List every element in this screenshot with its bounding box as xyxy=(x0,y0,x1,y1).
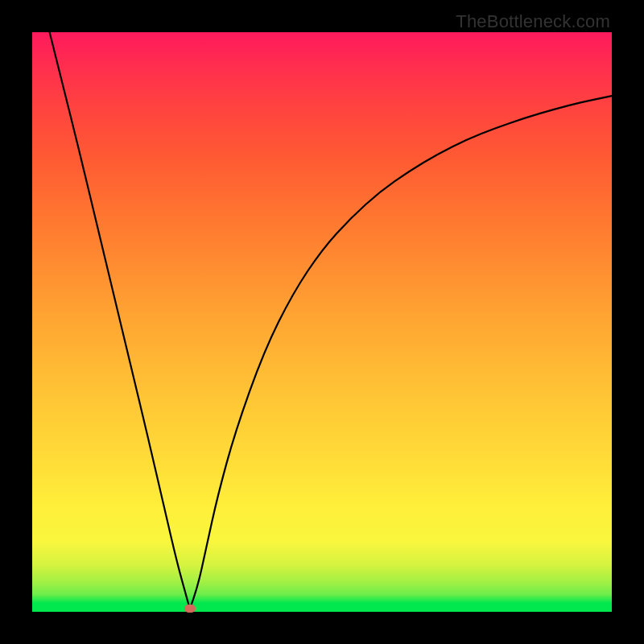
watermark-text: TheBottleneck.com xyxy=(456,11,610,32)
minimum-marker xyxy=(184,605,196,613)
chart-frame: TheBottleneck.com xyxy=(0,0,644,644)
plot-background xyxy=(32,32,612,612)
